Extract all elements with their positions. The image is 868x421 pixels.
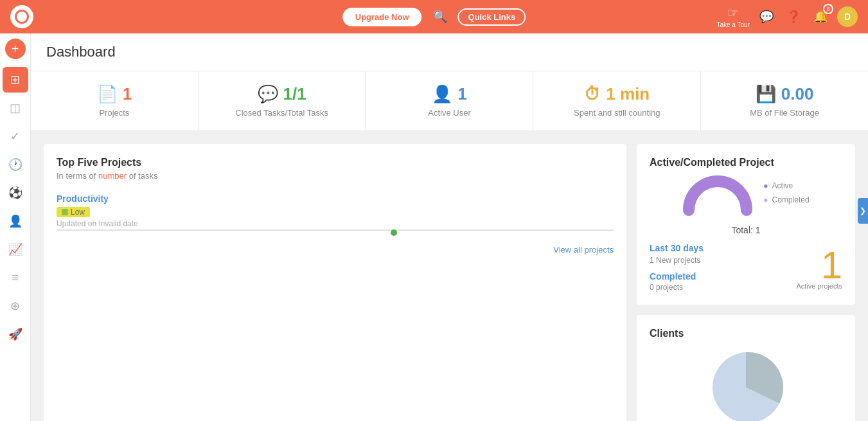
main-content: Dashboard 📄 1 Projects 💬 1/1 Closed Task… <box>31 33 868 421</box>
total-label: Total: 1 <box>650 225 842 235</box>
last30-sub: 1 New projects <box>650 256 796 265</box>
project-priority: Low <box>57 207 90 217</box>
completed-section-title: Completed <box>650 271 796 282</box>
navbar-right: ☞ Take a Tour 💬 ❓ 🔔 6 D <box>716 5 858 28</box>
last30-title: Last 30 days <box>650 243 796 253</box>
page-title: Dashboard <box>46 44 853 60</box>
app-logo[interactable] <box>10 5 33 28</box>
priority-dot <box>62 209 68 215</box>
active-completed-title: Active/Completed Project <box>650 157 842 168</box>
avatar[interactable]: D <box>837 6 858 27</box>
tasks-icon: ✓ <box>10 129 20 143</box>
stack-icon: ⊕ <box>10 299 20 313</box>
stat-projects-value: 📄 1 <box>97 84 132 104</box>
clients-chart <box>650 346 842 421</box>
active-projects-label: Active projects <box>796 282 842 290</box>
users-icon: 👤 <box>8 214 22 228</box>
stat-closed-tasks-value: 💬 1/1 <box>258 84 306 104</box>
view-all-projects[interactable]: View all projects <box>57 244 614 255</box>
sidebar-item-layers[interactable]: ≡ <box>3 265 28 291</box>
last30-info: Last 30 days 1 New projects Completed 0 … <box>650 243 796 292</box>
stat-file-storage-label: MB of File Storage <box>750 108 819 118</box>
help-icon[interactable]: ❓ <box>783 6 804 27</box>
donut-chart <box>682 175 753 222</box>
stat-closed-tasks: 💬 1/1 Closed Tasks/Total Tasks <box>199 71 366 130</box>
tour-label: Take a Tour <box>716 21 750 28</box>
sidebar-item-boost[interactable]: 🚀 <box>3 321 28 347</box>
top-projects-title: Top Five Projects <box>57 157 614 168</box>
projects-stat-icon: 📄 <box>97 84 118 104</box>
upgrade-button[interactable]: Upgrade Now <box>342 8 422 26</box>
stat-active-user-value: 👤 1 <box>432 84 466 104</box>
top-five-projects-panel: Top Five Projects In terms of number of … <box>44 144 626 421</box>
hand-icon: ☞ <box>727 5 739 21</box>
quick-links-button[interactable]: Quick Links <box>458 8 526 26</box>
notifications-button[interactable]: 🔔 6 <box>810 6 831 27</box>
subtitle-highlight: number <box>98 171 127 181</box>
sidebar-item-time[interactable]: 🕐 <box>3 152 28 177</box>
page-header: Dashboard <box>31 33 868 71</box>
take-tour-button[interactable]: ☞ Take a Tour <box>716 5 750 28</box>
sidebar-item-dashboard[interactable]: ⊞ <box>3 67 28 93</box>
sidebar-item-users[interactable]: 👤 <box>3 208 28 234</box>
stat-closed-tasks-label: Closed Tasks/Total Tasks <box>235 108 328 118</box>
clients-pie-svg <box>698 346 794 421</box>
progress-line <box>57 229 614 231</box>
storage-stat-icon: 💾 <box>756 84 776 104</box>
stat-min-spent-label: Spent and still counting <box>574 108 660 118</box>
active-label: ● Active <box>763 181 809 190</box>
project-name[interactable]: Productivity <box>57 193 614 204</box>
stat-projects-label: Projects <box>99 108 129 118</box>
stats-bar: 📄 1 Projects 💬 1/1 Closed Tasks/Total Ta… <box>31 71 868 131</box>
donut-svg <box>682 175 753 220</box>
collapse-handle[interactable]: ❯ <box>858 198 868 224</box>
completed-section-sub: 0 projects <box>650 283 796 292</box>
stat-min-spent-value: ⏱ 1 min <box>584 84 650 104</box>
user-stat-icon: 👤 <box>432 84 452 104</box>
sidebar: + ⊞ ◫ ✓ 🕐 ⚽ 👤 📈 ≡ ⊕ 🚀 <box>0 33 31 421</box>
navbar-center: Upgrade Now 🔍 Quick Links <box>342 6 526 27</box>
sidebar-add-button[interactable]: + <box>5 39 26 59</box>
sidebar-item-activity[interactable]: ⚽ <box>3 180 28 206</box>
right-panels: Active/Completed Project ● <box>637 144 855 421</box>
stat-projects: 📄 1 Projects <box>31 71 199 130</box>
stat-min-spent: ⏱ 1 min Spent and still counting <box>533 71 701 130</box>
sidebar-item-reports[interactable]: 📈 <box>3 237 28 262</box>
progress-dot <box>391 229 397 236</box>
boost-icon: 🚀 <box>8 327 22 341</box>
stat-file-storage: 💾 0.00 MB of File Storage <box>701 71 868 130</box>
tasks-stat-icon: 💬 <box>258 84 278 104</box>
stat-active-user-label: Active User <box>428 108 470 118</box>
search-icon[interactable]: 🔍 <box>430 6 450 27</box>
active-projects-count: 1 Active projects <box>796 243 842 290</box>
dashboard-icon: ⊞ <box>10 73 20 87</box>
view-all-link[interactable]: View all projects <box>553 245 614 255</box>
project-date: Updated on Invalid date <box>57 219 614 228</box>
time-icon: 🕐 <box>8 157 22 172</box>
last30-row: Last 30 days 1 New projects Completed 0 … <box>650 243 842 292</box>
clients-title: Clients <box>650 328 842 339</box>
completed-label: ● Completed <box>763 195 809 204</box>
stat-active-user: 👤 1 Active User <box>366 71 534 130</box>
messages-icon[interactable]: 💬 <box>756 6 777 27</box>
reports-icon: 📈 <box>8 242 22 256</box>
sidebar-item-projects[interactable]: ◫ <box>3 95 28 121</box>
navbar: Upgrade Now 🔍 Quick Links ☞ Take a Tour … <box>0 0 868 33</box>
sidebar-item-tasks[interactable]: ✓ <box>3 123 28 149</box>
dashboard-body: Top Five Projects In terms of number of … <box>31 131 868 421</box>
active-completed-panel: Active/Completed Project ● <box>637 144 855 305</box>
logo-inner <box>15 10 29 24</box>
top-projects-subtitle: In terms of number of tasks <box>57 171 614 181</box>
clients-panel: Clients Total Clients – 1 <box>637 315 855 421</box>
projects-icon: ◫ <box>10 101 21 115</box>
sidebar-item-stack[interactable]: ⊕ <box>3 293 28 319</box>
timer-stat-icon: ⏱ <box>584 84 601 104</box>
activity-icon: ⚽ <box>8 186 22 200</box>
big-number: 1 <box>796 243 842 287</box>
project-item: Productivity Low Updated on Invalid date <box>57 193 614 231</box>
stat-file-storage-value: 💾 0.00 <box>756 84 814 104</box>
layers-icon: ≡ <box>12 271 19 285</box>
notification-count: 6 <box>823 4 833 14</box>
